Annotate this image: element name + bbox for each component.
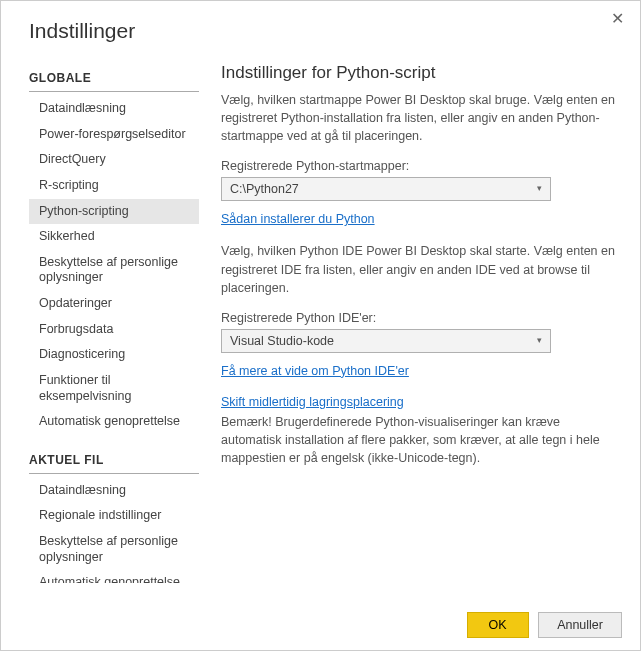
- sidebar: GLOBALE DataindlæsningPower-forespørgsel…: [29, 63, 199, 583]
- install-python-link[interactable]: Sådan installerer du Python: [221, 212, 375, 226]
- sidebar-item-global-4[interactable]: Python-scripting: [29, 199, 199, 225]
- panel-heading: Indstillinger for Python-script: [221, 63, 620, 83]
- dialog-title: Indstillinger: [1, 1, 640, 43]
- intro-text: Vælg, hvilken startmappe Power BI Deskto…: [221, 91, 620, 145]
- sidebar-item-current-0[interactable]: Dataindlæsning: [29, 478, 199, 504]
- chevron-down-icon: ▾: [537, 183, 542, 193]
- cancel-button[interactable]: Annuller: [538, 612, 622, 638]
- close-icon[interactable]: ✕: [605, 7, 630, 30]
- chevron-down-icon: ▾: [537, 335, 542, 345]
- sidebar-item-global-5[interactable]: Sikkerhed: [29, 224, 199, 250]
- home-dir-dropdown[interactable]: C:\Python27 ▾: [221, 177, 551, 201]
- ide-label: Registrerede Python IDE'er:: [221, 311, 620, 325]
- ide-dropdown[interactable]: Visual Studio-kode ▾: [221, 329, 551, 353]
- sidebar-item-global-2[interactable]: DirectQuery: [29, 147, 199, 173]
- sidebar-item-global-7[interactable]: Opdateringer: [29, 291, 199, 317]
- ok-button[interactable]: OK: [467, 612, 529, 638]
- dialog-footer: OK Annuller: [461, 612, 623, 638]
- sidebar-item-global-1[interactable]: Power-forespørgselseditor: [29, 122, 199, 148]
- sidebar-item-global-6[interactable]: Beskyttelse af personlige oplysninger: [29, 250, 199, 291]
- home-dir-label: Registrerede Python-startmapper:: [221, 159, 620, 173]
- ide-intro-text: Vælg, hvilken Python IDE Power BI Deskto…: [221, 242, 620, 296]
- sidebar-item-current-1[interactable]: Regionale indstillinger: [29, 503, 199, 529]
- sidebar-header-current: AKTUEL FIL: [29, 445, 199, 474]
- home-dir-value: C:\Python27: [230, 182, 299, 196]
- storage-location-link[interactable]: Skift midlertidig lagringsplacering: [221, 395, 404, 409]
- storage-note: Bemærk! Brugerdefinerede Python-visualis…: [221, 413, 620, 467]
- sidebar-item-global-3[interactable]: R-scripting: [29, 173, 199, 199]
- sidebar-item-global-11[interactable]: Automatisk genoprettelse: [29, 409, 199, 435]
- sidebar-item-global-10[interactable]: Funktioner til eksempelvisning: [29, 368, 199, 409]
- main-panel: Indstillinger for Python-script Vælg, hv…: [199, 63, 620, 583]
- content-wrap: GLOBALE DataindlæsningPower-forespørgsel…: [1, 43, 640, 583]
- ide-value: Visual Studio-kode: [230, 334, 334, 348]
- ide-learn-more-link[interactable]: Få mere at vide om Python IDE'er: [221, 364, 409, 378]
- sidebar-item-global-9[interactable]: Diagnosticering: [29, 342, 199, 368]
- sidebar-item-global-0[interactable]: Dataindlæsning: [29, 96, 199, 122]
- sidebar-item-current-3[interactable]: Automatisk genoprettelse: [29, 570, 199, 583]
- sidebar-header-global: GLOBALE: [29, 63, 199, 92]
- sidebar-item-current-2[interactable]: Beskyttelse af personlige oplysninger: [29, 529, 199, 570]
- sidebar-item-global-8[interactable]: Forbrugsdata: [29, 317, 199, 343]
